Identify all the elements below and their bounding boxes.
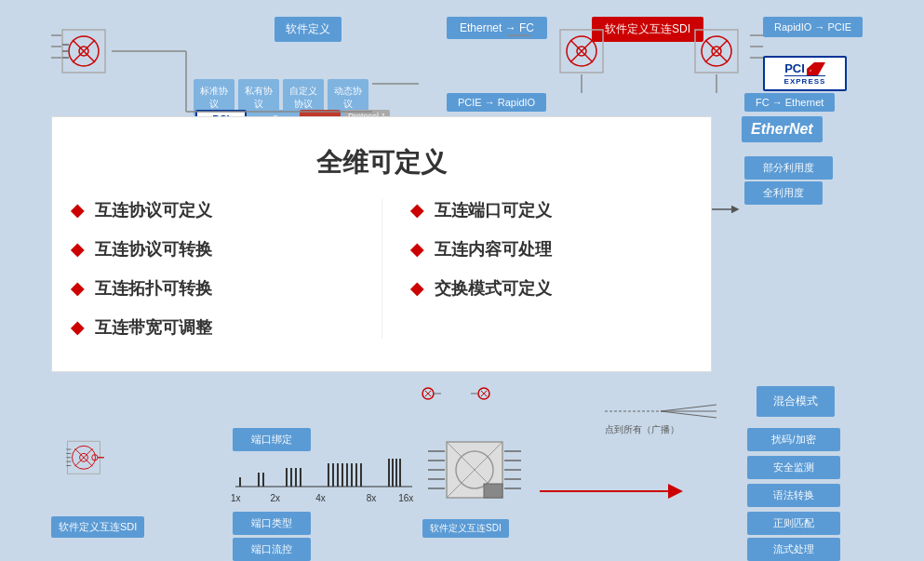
popup-right-text-3: 交换模式可定义 xyxy=(435,277,552,300)
popup-item-2: ◆ 互连协议可转换 xyxy=(71,238,354,260)
popup-item-4: ◆ 互连带宽可调整 xyxy=(71,316,354,339)
func-stream: 流式处理 xyxy=(747,538,840,561)
popup-right-text-2: 互连内容可处理 xyxy=(435,238,552,260)
func-regex: 正则匹配 xyxy=(747,512,840,535)
sdi-node-top-left xyxy=(60,28,107,74)
sdi-node-top-right-1 xyxy=(558,28,605,74)
broadcast-label xyxy=(600,400,721,425)
port-4x: 4x xyxy=(315,493,326,503)
popup-item-3: ◆ 互连拓扑可转换 xyxy=(71,277,354,300)
ethernet-fc-box: Ethernet → FC xyxy=(447,17,547,39)
popup-title: 全维可定义 xyxy=(52,117,711,199)
background-diagram: 软件定义 标准协议 私有协议 自定义协议 动态协议 PCI EXPRESS xyxy=(0,0,924,561)
popup-left-text-1: 互连协议可定义 xyxy=(95,199,212,221)
popup-left-col: ◆ 互连协议可定义 ◆ 互连协议可转换 ◆ 互连拓扑可转换 ◆ 互连带宽可调整 xyxy=(71,199,382,339)
svg-line-77 xyxy=(661,411,716,418)
popup-left-text-4: 互连带宽可调整 xyxy=(95,316,212,339)
port-flow-label: 端口流控 xyxy=(233,538,311,561)
software-define-label: 软件定义 xyxy=(275,17,341,42)
software-sdi-top-right: 软件定义互连SDI xyxy=(592,17,703,42)
port-2x: 2x xyxy=(271,493,281,503)
func-grammar: 语法转换 xyxy=(747,484,840,507)
broadcast-text: 点到所有（广播） xyxy=(605,423,679,436)
popup-item-7: ◆ 交换模式可定义 xyxy=(410,277,693,300)
port-8x: 8x xyxy=(367,493,377,503)
bullet-7: ◆ xyxy=(410,278,423,299)
full-use-box: 全利用度 xyxy=(744,181,823,205)
partial-use-box: 部分利用度 xyxy=(744,156,833,180)
bullet-5: ◆ xyxy=(410,200,423,220)
sdi-node-top-right-2 xyxy=(693,28,740,74)
port-1x: 1x xyxy=(231,493,241,503)
popup-left-text-2: 互连协议可转换 xyxy=(95,238,212,260)
right-arrow xyxy=(540,482,689,501)
port-size-labels: 1x 2x 4x 8x 16x xyxy=(231,493,413,503)
pcie-rapidio-box: PCIE → RapidIO xyxy=(447,93,546,112)
svg-line-75 xyxy=(661,405,716,411)
svg-text:›: › xyxy=(810,67,811,73)
pci-express-logo: PCI › EXPRESS xyxy=(763,56,847,91)
bullet-2: ◆ xyxy=(71,239,84,260)
fc-ethernet-box: FC → Ethernet xyxy=(744,93,835,112)
port-type-label: 端口类型 xyxy=(233,512,311,535)
popup-content: ◆ 互连协议可定义 ◆ 互连协议可转换 ◆ 互连拓扑可转换 ◆ 互连带宽可调整 xyxy=(52,199,711,367)
bullet-6: ◆ xyxy=(410,239,423,260)
mixed-mode-box: 混合模式 xyxy=(757,386,835,417)
svg-rect-63 xyxy=(484,484,502,498)
popup-item-1: ◆ 互连协议可定义 xyxy=(71,199,354,221)
software-sdi-bottom-left: 软件定义互连SDI xyxy=(51,516,144,538)
overlay-popup: 全维可定义 ◆ 互连协议可定义 ◆ 互连协议可转换 ◆ 互连拓扑可转换 ◆ 互连 xyxy=(51,116,712,372)
ethernet-logo-box: EtherNet xyxy=(742,116,823,142)
bullet-4: ◆ xyxy=(71,317,84,338)
port-binding-label: 端口绑定 xyxy=(233,428,311,451)
func-security: 安全监测 xyxy=(747,456,840,479)
sdi-switch-bottom xyxy=(428,423,521,526)
software-sdi-bottom-mid: 软件定义互连SDI xyxy=(422,519,509,538)
popup-item-5: ◆ 互连端口可定义 xyxy=(410,199,693,221)
popup-right-col: ◆ 互连端口可定义 ◆ 互连内容可处理 ◆ 交换模式可定义 xyxy=(382,199,693,339)
func-scramble: 扰码/加密 xyxy=(747,428,840,451)
rapidio-pcie-box: RapidIO → PCIE xyxy=(763,17,863,37)
sdi-label-area xyxy=(419,380,493,411)
bullet-3: ◆ xyxy=(71,278,84,299)
popup-left-text-3: 互连拓扑可转换 xyxy=(95,277,212,300)
sdi-node-bottom-left xyxy=(60,435,107,482)
bullet-1: ◆ xyxy=(71,200,84,220)
port-16x: 16x xyxy=(398,493,413,503)
port-lines-viz xyxy=(231,454,417,495)
popup-item-6: ◆ 互连内容可处理 xyxy=(410,238,693,260)
popup-right-text-1: 互连端口可定义 xyxy=(435,199,552,221)
